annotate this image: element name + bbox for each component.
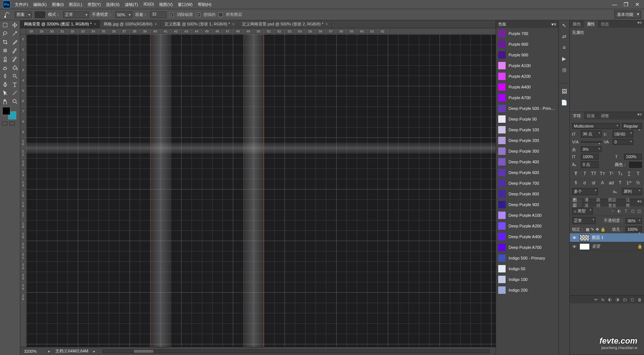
swatch-item[interactable]: Deep Purple A200 [496,220,558,231]
panel-tab[interactable]: 通道 [582,199,593,206]
panel-tab[interactable]: 属性 [584,20,598,28]
swatches-tab[interactable]: 色板 [498,21,506,27]
font-family-select[interactable]: Multicolore [572,123,620,129]
tolerance-input[interactable]: 32 [150,11,166,18]
filter-image-icon[interactable]: ▫ [610,209,615,213]
layer-blend-select[interactable]: 正常 [572,217,596,224]
brushes-icon[interactable]: ◎ [562,67,566,73]
new-group-icon[interactable]: 🗀 [623,297,627,302]
swatch-item[interactable]: Deep Purple 600 [496,167,558,178]
swatch-item[interactable]: Indigo 200 [496,285,558,295]
tab-close-icon[interactable]: × [155,22,157,26]
leading-input[interactable]: (自动) [613,130,633,138]
layers-list[interactable]: 👁图层 1👁背景🔒 [570,233,644,251]
layer-mask-icon[interactable]: ◐ [608,297,612,302]
tsume-input[interactable]: 0% [581,146,602,152]
swatch-item[interactable]: Deep Purple A400 [496,231,558,242]
swatch-item[interactable]: Purple 700 [496,28,558,39]
subscript-button[interactable]: T₁ [616,171,624,176]
document-tab[interactable]: 网格背景 @ 3200% (图层 1, RGB/8) *× [20,20,100,28]
screen-mode-icon[interactable] [10,122,15,125]
dodge-tool[interactable] [10,72,20,80]
menu-item[interactable]: 视图(V) [159,2,173,7]
ruler-origin[interactable] [20,28,26,34]
panel-menu-icon[interactable]: ▾≡ [635,20,644,28]
delete-layer-icon[interactable]: 🗑 [638,297,642,302]
panel-tab[interactable]: 段落 [584,112,598,119]
crop-tool[interactable] [1,38,10,46]
lock-move-icon[interactable]: ✥ [596,227,599,232]
sigma-button[interactable]: σ [581,180,589,185]
swatch-item[interactable]: Indigo 100 [496,274,558,285]
panel-tab[interactable]: 调整 [598,112,612,119]
layer-item[interactable]: 👁背景🔒 [570,242,644,251]
line-tool[interactable] [10,89,20,97]
frac-button[interactable]: ½ [634,180,642,185]
zoom-tool[interactable] [10,97,20,105]
strikethrough-button[interactable]: Ꚍ [634,171,642,176]
layer-thumbnail[interactable] [579,243,590,250]
swatch-item[interactable]: Deep Purple 700 [496,178,558,188]
eraser-tool[interactable] [1,63,10,72]
swatches-list[interactable]: Purple 700Purple 800Purple 900Purple A10… [496,28,558,355]
tab-close-icon[interactable]: × [232,22,234,26]
zoom-level[interactable]: 3200% [24,349,43,354]
contiguous-checkbox[interactable]: ✓ [196,13,200,17]
swatch-item[interactable]: Indigo 50 [496,263,558,274]
marquee-tool[interactable] [1,21,10,29]
link-layers-icon[interactable]: ⇔ [594,297,597,302]
pen-tool[interactable] [1,80,10,88]
zoom-chevron-icon[interactable]: ▸ [48,349,50,353]
library-icon[interactable]: 🖼 [562,88,567,94]
menu-item[interactable]: 3D(D) [143,2,154,7]
blend-mode-select[interactable]: 正常 [63,11,89,18]
document-tab[interactable]: 定义网格背景.psd @ 500% (形状 2, RGB/8) *× [238,20,332,28]
paragraph-styles-icon[interactable]: ≡ [562,45,565,51]
swatch-item[interactable]: Deep Purple A100 [496,210,558,220]
pattern-swatch[interactable] [35,11,45,18]
swatch-item[interactable]: Deep Purple 500 - Primary [496,103,558,114]
tab-close-icon[interactable]: × [326,22,328,26]
workspace-preset-select[interactable]: 基本功能 [614,11,641,18]
allcaps-button[interactable]: TT [590,171,597,176]
document-tab[interactable]: 网格.jpg @ 100%(RGB/8#)× [100,20,161,28]
menu-item[interactable]: 帮助(H) [198,2,211,7]
layer-item[interactable]: 👁图层 1 [570,233,644,242]
smallcaps-button[interactable]: Tᴛ [599,171,606,176]
menu-item[interactable]: 图像(I) [52,2,64,7]
actions-icon[interactable]: ⇄ [562,34,566,39]
healing-tool[interactable] [1,46,10,55]
panel-tab[interactable]: 路径 [593,199,605,206]
antialias-checkbox[interactable]: ✓ [169,13,174,17]
layer-name[interactable]: 背景 [592,244,635,249]
close-button[interactable]: ✕ [635,1,640,7]
vertical-ruler[interactable]: 0123456789101112131415161718192021222324… [20,34,26,347]
doc-size-chevron-icon[interactable]: ▸ [93,349,95,353]
menu-item[interactable]: 编辑(E) [33,2,47,7]
italic-button[interactable]: T [581,171,589,176]
panel-tab[interactable]: 字符 [570,112,584,119]
adjustment-layer-icon[interactable]: ◑ [616,297,619,302]
swatch-item[interactable]: Purple A700 [496,92,558,103]
bold-button[interactable]: T [572,171,580,176]
panel-menu-icon[interactable]: ▾≡ [635,199,644,206]
current-tool-icon[interactable] [3,11,12,18]
history-brush-tool[interactable] [10,55,20,63]
bucket-tool[interactable] [10,63,20,72]
swatch-item[interactable]: Deep Purple 200 [496,135,558,146]
ad-button[interactable]: ad [607,180,615,185]
fg-bg-colors[interactable] [2,107,16,119]
st-button[interactable]: st [590,180,597,185]
eyedropper-tool[interactable] [10,38,20,46]
panel-menu-icon[interactable]: ▾≡ [551,22,556,27]
swatch-item[interactable]: Purple 900 [496,49,558,60]
vscale-input[interactable]: 100% [581,154,599,160]
swatch-item[interactable]: Deep Purple 900 [496,199,558,210]
menu-item[interactable]: 滤镜(T) [125,2,138,7]
swatch-item[interactable]: Indigo 500 - Primary [496,253,558,263]
aalt-button[interactable]: A [599,180,606,185]
panel-tab[interactable]: 图层复合 [605,199,623,206]
tab-close-icon[interactable]: × [94,22,96,26]
swatch-item[interactable]: Deep Purple A700 [496,242,558,253]
t-button[interactable]: T [616,180,624,185]
